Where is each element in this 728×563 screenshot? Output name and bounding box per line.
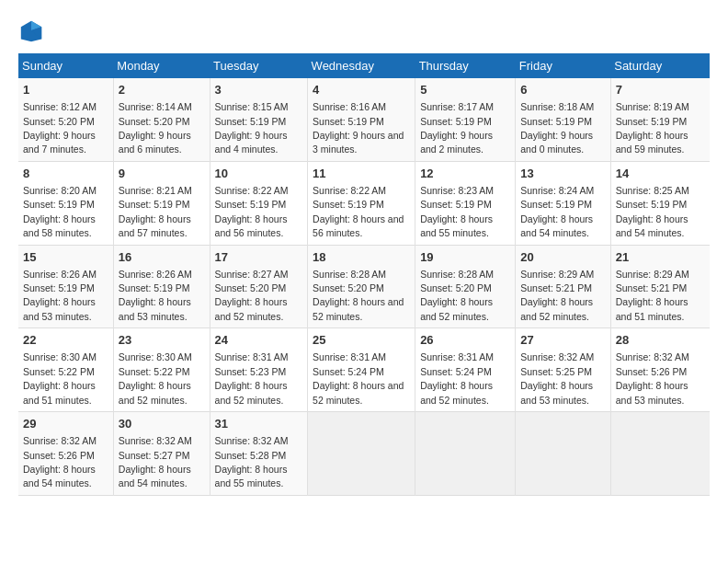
day-cell xyxy=(516,412,610,496)
day-cell xyxy=(610,412,710,496)
day-cell: 13Sunrise: 8:24 AMSunset: 5:19 PMDayligh… xyxy=(516,161,610,245)
day-cell: 24Sunrise: 8:31 AMSunset: 5:23 PMDayligh… xyxy=(210,328,308,412)
day-cell: 11Sunrise: 8:22 AMSunset: 5:19 PMDayligh… xyxy=(308,161,415,245)
week-row-4: 22Sunrise: 8:30 AMSunset: 5:22 PMDayligh… xyxy=(18,328,710,412)
day-cell: 18Sunrise: 8:28 AMSunset: 5:20 PMDayligh… xyxy=(308,245,415,328)
day-cell: 14Sunrise: 8:25 AMSunset: 5:19 PMDayligh… xyxy=(610,161,710,245)
week-row-2: 8Sunrise: 8:20 AMSunset: 5:19 PMDaylight… xyxy=(18,161,710,245)
day-cell: 29Sunrise: 8:32 AMSunset: 5:26 PMDayligh… xyxy=(18,412,113,496)
day-cell: 9Sunrise: 8:21 AMSunset: 5:19 PMDaylight… xyxy=(113,161,210,245)
calendar-table: SundayMondayTuesdayWednesdayThursdayFrid… xyxy=(18,53,710,496)
day-cell: 12Sunrise: 8:23 AMSunset: 5:19 PMDayligh… xyxy=(415,161,516,245)
col-header-tuesday: Tuesday xyxy=(210,53,308,78)
day-cell: 25Sunrise: 8:31 AMSunset: 5:24 PMDayligh… xyxy=(308,328,415,412)
day-number: 23 xyxy=(119,332,205,349)
col-header-sunday: Sunday xyxy=(18,53,113,78)
day-cell xyxy=(415,412,516,496)
day-number: 29 xyxy=(23,416,108,432)
day-cell: 21Sunrise: 8:29 AMSunset: 5:21 PMDayligh… xyxy=(610,245,710,328)
day-cell: 8Sunrise: 8:20 AMSunset: 5:19 PMDaylight… xyxy=(18,161,113,245)
day-cell: 22Sunrise: 8:30 AMSunset: 5:22 PMDayligh… xyxy=(18,328,113,412)
day-cell: 4Sunrise: 8:16 AMSunset: 5:19 PMDaylight… xyxy=(308,78,415,161)
day-cell: 19Sunrise: 8:28 AMSunset: 5:20 PMDayligh… xyxy=(415,245,516,328)
day-cell: 10Sunrise: 8:22 AMSunset: 5:19 PMDayligh… xyxy=(210,161,308,245)
day-cell: 30Sunrise: 8:32 AMSunset: 5:27 PMDayligh… xyxy=(113,412,210,496)
day-number: 22 xyxy=(23,332,108,349)
day-cell: 6Sunrise: 8:18 AMSunset: 5:19 PMDaylight… xyxy=(516,78,610,161)
day-cell: 3Sunrise: 8:15 AMSunset: 5:19 PMDaylight… xyxy=(210,78,308,161)
day-number: 13 xyxy=(520,166,605,182)
day-cell: 27Sunrise: 8:32 AMSunset: 5:25 PMDayligh… xyxy=(516,328,610,412)
day-number: 26 xyxy=(420,332,510,349)
col-header-friday: Friday xyxy=(516,53,610,78)
col-header-wednesday: Wednesday xyxy=(308,53,415,78)
day-cell: 31Sunrise: 8:32 AMSunset: 5:28 PMDayligh… xyxy=(210,412,308,496)
day-number: 11 xyxy=(313,166,410,182)
week-row-1: 1Sunrise: 8:12 AMSunset: 5:20 PMDaylight… xyxy=(18,78,710,161)
col-header-thursday: Thursday xyxy=(415,53,516,78)
day-cell xyxy=(308,412,415,496)
day-cell: 17Sunrise: 8:27 AMSunset: 5:20 PMDayligh… xyxy=(210,245,308,328)
day-number: 16 xyxy=(119,249,205,266)
day-cell: 1Sunrise: 8:12 AMSunset: 5:20 PMDaylight… xyxy=(18,78,113,161)
day-number: 6 xyxy=(520,82,605,98)
week-row-3: 15Sunrise: 8:26 AMSunset: 5:19 PMDayligh… xyxy=(18,245,710,328)
col-header-saturday: Saturday xyxy=(610,53,710,78)
day-cell: 15Sunrise: 8:26 AMSunset: 5:19 PMDayligh… xyxy=(18,245,113,328)
day-number: 18 xyxy=(313,249,410,266)
day-cell: 2Sunrise: 8:14 AMSunset: 5:20 PMDaylight… xyxy=(113,78,210,161)
day-cell: 28Sunrise: 8:32 AMSunset: 5:26 PMDayligh… xyxy=(610,328,710,412)
day-number: 14 xyxy=(616,166,705,182)
day-cell: 20Sunrise: 8:29 AMSunset: 5:21 PMDayligh… xyxy=(516,245,610,328)
day-number: 30 xyxy=(119,416,205,432)
day-number: 20 xyxy=(520,249,605,266)
day-number: 8 xyxy=(23,166,108,182)
day-number: 12 xyxy=(420,166,510,182)
page-header xyxy=(18,18,710,44)
day-cell: 26Sunrise: 8:31 AMSunset: 5:24 PMDayligh… xyxy=(415,328,516,412)
logo-icon xyxy=(18,18,44,44)
day-number: 25 xyxy=(313,332,410,349)
col-header-monday: Monday xyxy=(113,53,210,78)
day-number: 9 xyxy=(119,166,205,182)
day-number: 1 xyxy=(23,82,108,98)
day-number: 3 xyxy=(215,82,303,98)
day-cell: 16Sunrise: 8:26 AMSunset: 5:19 PMDayligh… xyxy=(113,245,210,328)
day-number: 27 xyxy=(520,332,605,349)
day-cell: 5Sunrise: 8:17 AMSunset: 5:19 PMDaylight… xyxy=(415,78,516,161)
day-number: 21 xyxy=(616,249,705,266)
day-cell: 23Sunrise: 8:30 AMSunset: 5:22 PMDayligh… xyxy=(113,328,210,412)
day-number: 24 xyxy=(215,332,303,349)
day-number: 31 xyxy=(215,416,303,432)
header-row: SundayMondayTuesdayWednesdayThursdayFrid… xyxy=(18,53,710,78)
week-row-5: 29Sunrise: 8:32 AMSunset: 5:26 PMDayligh… xyxy=(18,412,710,496)
day-number: 5 xyxy=(420,82,510,98)
day-number: 28 xyxy=(616,332,705,349)
day-cell: 7Sunrise: 8:19 AMSunset: 5:19 PMDaylight… xyxy=(610,78,710,161)
day-number: 17 xyxy=(215,249,303,266)
day-number: 2 xyxy=(119,82,205,98)
day-number: 15 xyxy=(23,249,108,266)
day-number: 4 xyxy=(313,82,410,98)
day-number: 10 xyxy=(215,166,303,182)
day-number: 7 xyxy=(616,82,705,98)
logo xyxy=(18,18,46,44)
day-number: 19 xyxy=(420,249,510,266)
